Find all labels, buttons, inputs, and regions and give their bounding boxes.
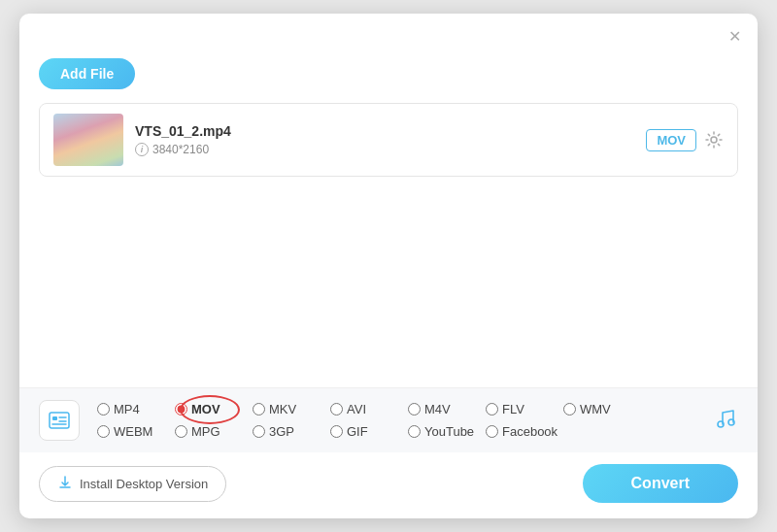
info-icon: i — [135, 143, 149, 156]
radio-wmv[interactable] — [563, 403, 576, 416]
add-file-button[interactable]: Add File — [39, 58, 135, 89]
radio-gif[interactable] — [330, 425, 343, 438]
format-option-facebook[interactable]: Facebook — [482, 422, 569, 441]
radio-avi[interactable] — [330, 403, 343, 416]
radio-mkv[interactable] — [253, 403, 265, 416]
format-option-gif[interactable]: GIF — [326, 422, 404, 441]
format-option-youtube[interactable]: YouTube — [404, 422, 482, 441]
format-option-webm[interactable]: WEBM — [93, 422, 171, 441]
radio-youtube[interactable] — [408, 425, 421, 438]
file-actions: MOV — [646, 129, 724, 151]
main-content: Add File VTS_01_2.mp4 i 3840*2160 MOV — [19, 49, 758, 518]
format-option-mkv[interactable]: MKV — [249, 400, 326, 418]
format-option-mp4[interactable]: MP4 — [93, 400, 171, 418]
grid-icon-svg — [49, 410, 70, 431]
file-info: VTS_01_2.mp4 i 3840*2160 — [135, 123, 634, 156]
format-option-flv[interactable]: FLV — [482, 400, 559, 418]
music-icon — [713, 405, 738, 436]
format-option-3gp[interactable]: 3GP — [249, 422, 326, 441]
download-icon — [57, 475, 73, 493]
main-window: ✕ Add File VTS_01_2.mp4 i 3840*2160 MOV — [19, 14, 758, 518]
radio-3gp[interactable] — [253, 425, 265, 438]
file-name: VTS_01_2.mp4 — [135, 123, 634, 139]
svg-rect-1 — [50, 413, 69, 428]
title-bar: ✕ — [19, 14, 758, 49]
install-desktop-button[interactable]: Install Desktop Version — [39, 466, 226, 502]
file-thumbnail — [53, 114, 123, 166]
format-option-mov[interactable]: MOV — [171, 400, 249, 418]
bottom-bar: Install Desktop Version Convert — [19, 452, 758, 518]
format-option-mpg[interactable]: MPG — [171, 422, 249, 441]
radio-mp4[interactable] — [97, 403, 110, 416]
music-section — [695, 405, 738, 436]
radio-flv[interactable] — [486, 403, 498, 416]
settings-button[interactable] — [704, 130, 724, 150]
convert-button[interactable]: Convert — [583, 464, 738, 503]
svg-rect-2 — [52, 416, 57, 420]
close-button[interactable]: ✕ — [725, 26, 744, 46]
radio-mov[interactable] — [175, 403, 187, 416]
radio-m4v[interactable] — [408, 403, 421, 416]
gear-icon — [704, 130, 724, 150]
svg-point-0 — [711, 137, 717, 143]
format-bar: MP4 MOV MKV AVI — [19, 387, 758, 452]
radio-webm[interactable] — [97, 425, 110, 438]
radio-facebook[interactable] — [486, 425, 498, 438]
radio-mpg[interactable] — [175, 425, 187, 438]
video-format-icon — [39, 400, 80, 441]
format-badge-button[interactable]: MOV — [646, 129, 696, 151]
file-resolution: i 3840*2160 — [135, 143, 634, 156]
format-option-wmv[interactable]: WMV — [559, 400, 637, 418]
format-option-avi[interactable]: AVI — [326, 400, 404, 418]
file-item: VTS_01_2.mp4 i 3840*2160 MOV — [39, 103, 738, 177]
format-option-m4v[interactable]: M4V — [404, 400, 482, 418]
